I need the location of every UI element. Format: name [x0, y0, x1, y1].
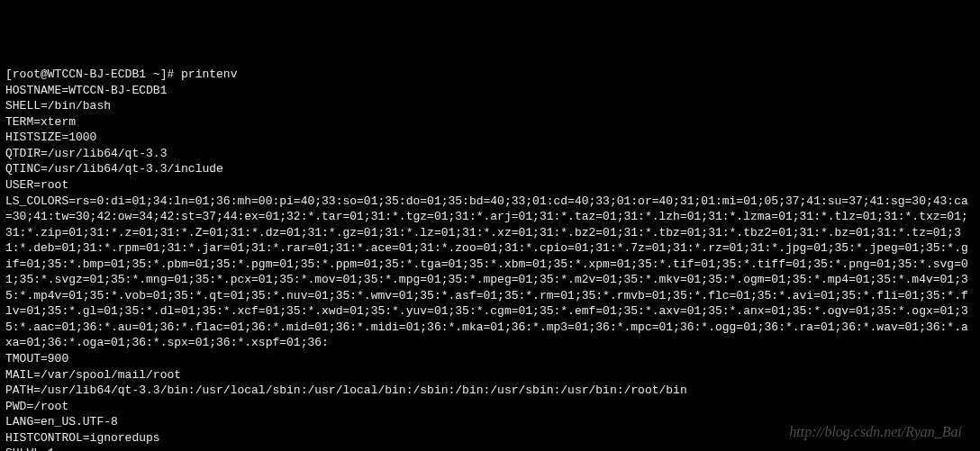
- env-var-line: HISTCONTROL=ignoredups: [5, 430, 975, 446]
- shell-prompt: [root@WTCCN-BJ-ECDB1 ~]#: [5, 68, 181, 81]
- env-var-line: USER=root: [5, 177, 975, 194]
- terminal-output[interactable]: [root@WTCCN-BJ-ECDB1 ~]# printenvHOSTNAM…: [5, 67, 975, 451]
- env-var-line: HISTSIZE=1000: [5, 130, 975, 146]
- typed-command: printenv: [181, 68, 237, 81]
- env-var-line: SHLVL=1: [5, 446, 975, 451]
- env-var-line: QTINC=/usr/lib64/qt-3.3/include: [5, 161, 975, 177]
- env-var-line: TERM=xterm: [5, 114, 975, 131]
- prompt-line: [root@WTCCN-BJ-ECDB1 ~]# printenv: [5, 67, 975, 83]
- env-var-line: PWD=/root: [5, 399, 975, 415]
- env-var-line: HOSTNAME=WTCCN-BJ-ECDB1: [5, 83, 975, 99]
- env-var-line: SHELL=/bin/bash: [5, 98, 975, 114]
- env-var-line: LS_COLORS=rs=0:di=01;34:ln=01;36:mh=00:p…: [5, 194, 975, 351]
- env-var-line: TMOUT=900: [5, 351, 975, 367]
- env-var-line: QTDIR=/usr/lib64/qt-3.3: [5, 146, 975, 162]
- env-var-line: MAIL=/var/spool/mail/root: [5, 367, 975, 383]
- env-var-line: PATH=/usr/lib64/qt-3.3/bin:/usr/local/sb…: [5, 383, 975, 399]
- env-var-line: LANG=en_US.UTF-8: [5, 414, 975, 430]
